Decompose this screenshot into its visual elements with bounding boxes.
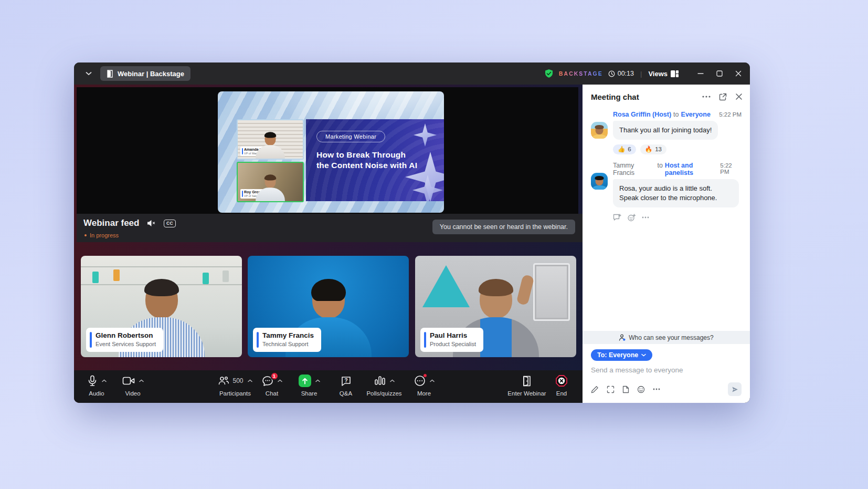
participants-button[interactable]: 500 Participants: [206, 374, 264, 397]
speaker-thumbnail-roy: Roy Green VP of Sales: [237, 162, 304, 202]
message-bubble: Rosa, your audio is a little soft. Speak…: [613, 179, 739, 207]
chevron-up-icon[interactable]: [430, 379, 435, 382]
avatar: [591, 173, 608, 190]
message-input[interactable]: [591, 366, 722, 374]
chat-message: Tammy Francis to Host and panelists 5:22…: [591, 162, 742, 222]
reaction-fire[interactable]: 🔥13: [640, 144, 666, 154]
sender-name[interactable]: Rosa Griffin (Host): [613, 111, 671, 118]
door-icon: [107, 70, 113, 78]
chevron-up-icon[interactable]: [315, 379, 320, 382]
layout-views-icon: [671, 70, 679, 77]
add-reaction-icon[interactable]: [628, 214, 636, 222]
shield-check-icon: [544, 69, 554, 78]
chevron-up-icon[interactable]: [390, 379, 395, 382]
qa-icon: ?: [341, 376, 352, 387]
nameplate: Glenn Robertson Event Services Support: [86, 328, 163, 352]
message-bubble: Thank you all for joining today!: [613, 121, 718, 140]
video-tile-tammy: Tammy Francis Technical Support: [248, 256, 409, 357]
polls-bar-chart-icon: [374, 376, 386, 386]
chat-more-icon[interactable]: [702, 96, 711, 98]
meeting-chat-panel: Meeting chat: [583, 85, 750, 403]
chevron-down-icon: [641, 353, 646, 357]
quote-reply-icon[interactable]: [613, 214, 621, 221]
more-options-icon: [414, 375, 426, 387]
more-button[interactable]: More: [409, 374, 439, 397]
session-timer: 00:13: [608, 70, 634, 77]
control-bar: Audio Video: [74, 370, 583, 403]
sparkle-icon: [414, 123, 437, 147]
closed-captions-icon[interactable]: CC: [164, 220, 175, 227]
share-button[interactable]: Share: [293, 374, 325, 397]
webinar-stage: Amanda Lu VP of Marketing Roy Green VP o…: [74, 85, 583, 403]
clock-icon: [608, 70, 615, 77]
avatar: [591, 122, 608, 139]
reaction-thumbs-up[interactable]: 👍6: [613, 144, 636, 154]
end-button[interactable]: End: [549, 374, 574, 397]
chat-title: Meeting chat: [591, 92, 639, 101]
emoji-icon[interactable]: [637, 386, 645, 393]
nameplate: Paul Harris Product Specialist: [420, 328, 483, 352]
webinar-feed-area: Amanda Lu VP of Marketing Roy Green VP o…: [77, 87, 578, 214]
enter-webinar-button[interactable]: Enter Webinar: [500, 374, 554, 397]
pop-out-icon[interactable]: [719, 93, 727, 101]
privacy-notice[interactable]: Who can see your messages?: [583, 331, 750, 344]
chat-button[interactable]: 1 Chat: [257, 374, 287, 397]
end-octagon-icon: [555, 374, 568, 387]
feed-notice: You cannot be seen or heard in the webin…: [432, 220, 575, 234]
speaker-muted-icon[interactable]: [146, 219, 156, 227]
video-tile-glenn: Glenn Robertson Event Services Support: [81, 256, 242, 357]
slide-content-panel: Marketing Webinar How to Break Through t…: [306, 119, 444, 201]
recipient-name[interactable]: Host and panelists: [665, 162, 720, 176]
recipient-name[interactable]: Everyone: [681, 111, 711, 118]
chat-header: Meeting chat: [583, 85, 750, 109]
nameplate: Tammy Francis Technical Support: [253, 328, 321, 352]
views-button[interactable]: Views: [648, 70, 679, 78]
close-button[interactable]: [735, 70, 742, 77]
attach-file-icon[interactable]: [622, 386, 629, 393]
backstage-badge: BACKSTAGE: [559, 70, 603, 77]
video-tile-paul: Paul Harris Product Specialist: [415, 256, 576, 357]
app-window: Webinar | Backstage BACKSTAGE 00:13 | Vi…: [74, 63, 750, 403]
recipient-selector[interactable]: To: Everyone: [591, 349, 652, 361]
tab-webinar-backstage[interactable]: Webinar | Backstage: [100, 66, 190, 81]
feed-title: Webinar feed: [83, 218, 139, 228]
screen-capture-icon[interactable]: [607, 386, 615, 393]
chat-compose-area: Who can see your messages? To: Everyone: [583, 331, 750, 403]
tab-label: Webinar | Backstage: [118, 70, 184, 78]
camera-icon: [122, 376, 135, 386]
enter-door-icon: [522, 376, 532, 387]
format-text-icon[interactable]: [591, 386, 599, 393]
close-chat-icon[interactable]: [735, 93, 743, 100]
more-notification-dot: [423, 373, 427, 378]
chevron-down-icon[interactable]: [86, 71, 92, 76]
sender-name[interactable]: Tammy Francis: [613, 162, 655, 176]
send-message-button[interactable]: [728, 382, 742, 396]
divider: |: [640, 70, 642, 78]
share-screen-icon: [299, 374, 311, 387]
chevron-up-icon[interactable]: [102, 379, 107, 382]
chevron-up-icon[interactable]: [278, 379, 282, 382]
chat-message: Rosa Griffin (Host) to Everyone 5:22 PM …: [591, 111, 742, 154]
chevron-up-icon[interactable]: [248, 379, 252, 382]
audio-button[interactable]: Audio: [81, 374, 112, 397]
video-button[interactable]: Video: [117, 374, 149, 397]
chat-bubble-icon: 1: [262, 376, 273, 387]
message-time: 5:22 PM: [719, 111, 742, 118]
minimize-button[interactable]: [697, 70, 704, 77]
person-privacy-icon: [619, 334, 626, 341]
chevron-up-icon[interactable]: [139, 379, 144, 382]
backstage-tiles: Glenn Robertson Event Services Support T…: [74, 242, 583, 370]
polls-quizzes-button[interactable]: Polls/quizzes: [362, 374, 407, 397]
microphone-icon: [87, 375, 98, 387]
feed-status: In progress: [84, 232, 119, 238]
compose-more-icon[interactable]: [653, 388, 660, 390]
presentation-slide: Amanda Lu VP of Marketing Roy Green VP o…: [218, 91, 444, 213]
speaker-thumbnail-amanda: Amanda Lu VP of Marketing: [237, 119, 304, 160]
message-more-icon[interactable]: [642, 216, 649, 219]
maximize-button[interactable]: [716, 70, 723, 77]
chat-unread-badge: 1: [270, 372, 279, 380]
message-time: 5:22 PM: [720, 162, 742, 175]
qa-button[interactable]: ? Q&A: [332, 374, 359, 397]
feed-header: Webinar feed CC In progress You cannot b…: [77, 214, 583, 242]
participants-icon: [218, 376, 229, 386]
